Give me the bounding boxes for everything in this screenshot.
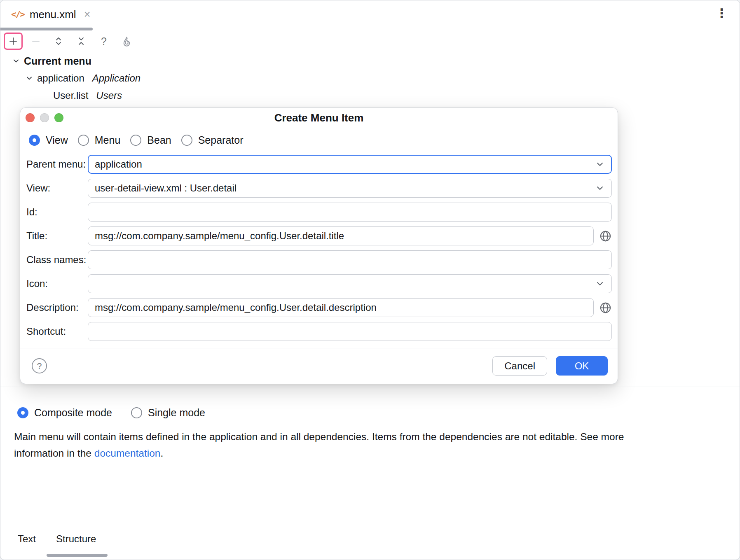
add-menu-item-button[interactable] [4,33,23,50]
class-names-label: Class names: [26,254,88,266]
field-row-id: Id: [26,203,612,222]
tab-structure[interactable]: Structure [56,533,96,545]
minus-icon [31,36,41,46]
help-button[interactable]: ? [94,33,113,50]
collapse-all-button[interactable] [72,33,91,50]
cancel-button[interactable]: Cancel [492,356,547,376]
radio-label: Bean [147,134,171,146]
remove-menu-item-button[interactable] [26,33,45,50]
radio-selected-icon[interactable] [29,135,40,146]
active-tab-indicator [0,28,93,30]
field-row-shortcut: Shortcut: [26,322,612,341]
mode-description: Main menu will contain items defined in … [14,429,723,462]
id-input[interactable] [88,203,612,222]
radio-option-bean[interactable]: Bean [130,134,171,146]
tree-node-user-list[interactable]: User.list Users [0,87,371,104]
tree-node-type: Application [92,72,141,84]
chevron-down-icon[interactable] [595,183,605,193]
parent-menu-label: Parent menu: [26,159,88,170]
field-row-parent-menu: Parent menu: application [26,155,612,174]
field-row-title: Title: [26,226,612,245]
dialog-form: Parent menu: application View: user-deta… [26,155,612,346]
dialog-buttons: Cancel OK [492,356,608,376]
help-icon: ? [37,361,42,371]
radio-icon[interactable] [131,407,142,418]
mode-description-suffix: . [160,448,163,459]
parent-menu-value: application [95,159,142,170]
field-row-view: View: user-detail-view.xml : User.detail [26,179,612,198]
view-label: View: [26,182,88,194]
class-names-input[interactable] [88,250,612,269]
radio-option-menu[interactable]: Menu [78,134,121,146]
ok-button[interactable]: OK [556,356,608,376]
radio-icon[interactable] [78,135,89,146]
mode-description-line2: information in the [14,448,94,459]
create-menu-item-dialog: Create Menu Item View Menu Bean Separato… [20,107,618,384]
editor-tab-bar: </> menu.xml × ⋮ [0,0,740,31]
item-type-radio-group: View Menu Bean Separator [29,134,243,146]
radio-label: Composite mode [34,407,112,419]
title-label: Title: [26,230,88,242]
mode-description-line1: Main menu will contain items defined in … [14,431,624,442]
tree-node-type: Users [96,90,122,101]
structure-toolbar: ? [4,33,136,50]
description-input[interactable] [88,298,594,317]
chevron-down-icon[interactable] [12,57,20,65]
tree-node-label: Current menu [24,55,91,67]
active-view-tab-indicator [47,554,108,557]
radio-option-separator[interactable]: Separator [181,134,244,146]
radio-option-view[interactable]: View [29,134,68,146]
expand-all-icon [54,36,63,46]
globe-icon[interactable] [599,301,612,314]
radio-icon[interactable] [181,135,192,146]
radio-label: View [46,134,68,146]
parent-menu-combobox[interactable]: application [88,155,612,174]
icon-combobox[interactable] [88,274,612,293]
mode-radio-group: Composite mode Single mode [17,403,205,422]
radio-selected-icon[interactable] [17,407,28,418]
globe-icon[interactable] [599,230,612,243]
field-row-class-names: Class names: [26,250,612,269]
hot-deploy-button[interactable] [117,33,136,50]
menu-structure-tree: Current menu application Application Use… [0,52,371,104]
shortcut-input[interactable] [88,322,612,341]
chevron-down-icon[interactable] [595,279,605,289]
panel-divider [0,387,740,387]
tree-node-label: User.list [53,90,88,101]
tree-node-application[interactable]: application Application [0,70,371,87]
tree-node-current-menu[interactable]: Current menu [0,52,371,70]
dialog-footer: ? Cancel OK [20,348,618,384]
dialog-title: Create Menu Item [20,112,618,124]
view-combobox[interactable]: user-detail-view.xml : User.detail [88,179,612,198]
more-options-icon[interactable]: ⋮ [715,7,728,20]
shortcut-label: Shortcut: [26,326,88,337]
app-window: </> menu.xml × ⋮ ? [0,0,740,560]
tree-node-label: application [37,72,84,84]
documentation-link[interactable]: documentation [94,448,161,459]
dialog-help-button[interactable]: ? [32,358,47,373]
id-label: Id: [26,206,88,218]
radio-label: Single mode [148,407,205,419]
radio-icon[interactable] [130,135,141,146]
tab-menu-xml[interactable]: </> menu.xml × [0,0,98,28]
tab-title: menu.xml [30,8,76,21]
radio-option-single-mode[interactable]: Single mode [131,407,205,419]
radio-label: Separator [198,134,244,146]
chevron-down-icon[interactable] [595,159,605,169]
expand-all-button[interactable] [49,33,68,50]
collapse-all-icon [76,36,86,46]
tab-text[interactable]: Text [18,533,36,545]
title-input[interactable] [88,226,594,245]
close-tab-icon[interactable]: × [84,9,91,20]
view-value: user-detail-view.xml : User.detail [95,182,237,194]
field-row-icon: Icon: [26,274,612,293]
xml-file-icon: </> [11,9,24,19]
radio-label: Menu [95,134,121,146]
editor-view-tabs: Text Structure [0,527,740,560]
description-label: Description: [26,302,88,313]
chevron-down-icon[interactable] [25,74,33,82]
flame-icon [121,36,132,47]
icon-label: Icon: [26,278,88,289]
help-icon: ? [101,35,107,47]
radio-option-composite-mode[interactable]: Composite mode [17,407,112,419]
